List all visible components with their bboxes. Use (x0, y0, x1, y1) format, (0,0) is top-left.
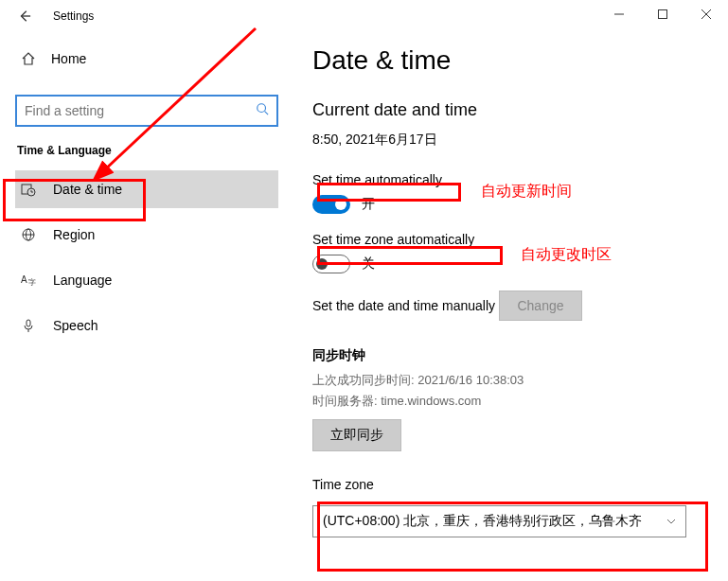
nav-speech[interactable]: Speech (15, 307, 278, 344)
auto-time-label: Set time automatically (312, 172, 442, 187)
timezone-value: (UTC+08:00) 北京，重庆，香港特别行政区，乌鲁木齐 (323, 513, 642, 530)
svg-text:A: A (21, 274, 27, 285)
sidebar: Home Time & Language Date & time Region … (0, 32, 293, 581)
sync-server: 时间服务器: time.windows.com (312, 393, 728, 410)
chevron-down-icon (666, 514, 676, 529)
home-icon (19, 51, 38, 66)
maximize-button[interactable] (641, 0, 684, 28)
back-button[interactable] (13, 5, 36, 27)
svg-text:字: 字 (28, 278, 36, 287)
nav-region[interactable]: Region (15, 216, 278, 254)
page-title: Date & time (312, 45, 728, 76)
nav-language[interactable]: A字 Language (15, 261, 278, 299)
auto-time-toggle[interactable] (312, 195, 350, 214)
auto-time-state: 开 (362, 196, 375, 213)
home-nav[interactable]: Home (15, 42, 278, 76)
nav-label: Region (53, 227, 95, 242)
manual-datetime-label: Set the date and time manually (312, 298, 495, 313)
globe-icon (19, 227, 38, 242)
content-area: Date & time Current date and time 8:50, … (293, 32, 728, 581)
current-datetime-value: 8:50, 2021年6月17日 (312, 132, 728, 149)
nav-label: Date & time (53, 182, 122, 197)
window-title: Settings (53, 9, 94, 23)
auto-timezone-toggle[interactable] (312, 255, 350, 273)
svg-rect-1 (659, 10, 667, 19)
change-button[interactable]: Change (499, 290, 581, 321)
home-label: Home (51, 51, 86, 66)
nav-label: Language (53, 273, 112, 288)
auto-timezone-label: Set time zone automatically (312, 232, 474, 247)
auto-timezone-state: 关 (362, 255, 375, 273)
calendar-clock-icon (19, 182, 38, 197)
current-datetime-heading: Current date and time (312, 100, 728, 120)
microphone-icon (19, 318, 38, 333)
timezone-select[interactable]: (UTC+08:00) 北京，重庆，香港特别行政区，乌鲁木齐 (312, 505, 686, 537)
svg-line-5 (265, 112, 269, 115)
svg-rect-13 (27, 320, 30, 326)
search-input[interactable] (25, 103, 256, 118)
svg-point-4 (257, 104, 266, 113)
search-input-box[interactable] (15, 95, 278, 127)
nav-date-time[interactable]: Date & time (15, 170, 278, 208)
sync-clock-heading: 同步时钟 (312, 347, 728, 364)
sync-last-time: 上次成功同步时间: 2021/6/16 10:38:03 (312, 372, 728, 389)
minimize-button[interactable] (597, 0, 641, 28)
language-icon: A字 (19, 273, 38, 288)
category-header: Time & Language (15, 144, 278, 157)
close-button[interactable] (684, 0, 728, 28)
nav-label: Speech (53, 318, 98, 333)
timezone-label: Time zone (312, 477, 374, 492)
search-icon (256, 102, 269, 119)
sync-now-button[interactable]: 立即同步 (312, 419, 401, 451)
